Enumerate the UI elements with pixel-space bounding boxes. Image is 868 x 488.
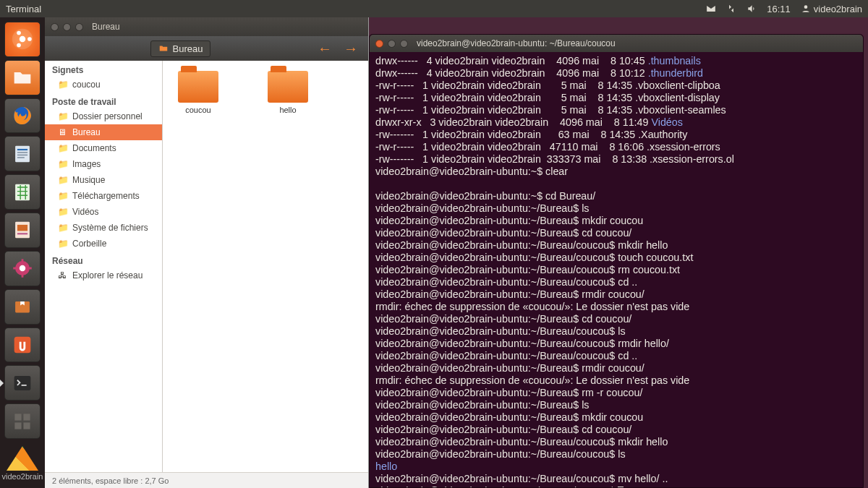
sidebar-item-label: Corbeille — [72, 239, 106, 249]
active-app-title: Terminal — [6, 4, 41, 14]
folder-hello[interactable]: hello — [263, 71, 313, 114]
launcher-writer[interactable] — [4, 136, 41, 171]
svg-point-17 — [20, 265, 26, 272]
folder-label: hello — [263, 106, 313, 114]
svg-rect-7 — [15, 146, 30, 163]
folder-coucou[interactable]: coucou — [173, 71, 224, 114]
window-title: Bureau — [92, 22, 120, 32]
sidebar-item-label: Bureau — [72, 127, 101, 137]
watermark: video2brain — [2, 442, 43, 488]
sidebar-item-vidéos[interactable]: 📁Vidéos — [45, 204, 162, 220]
file-manager-window: Bureau Bureau ← → Signets 📁coucou Poste … — [45, 17, 369, 488]
breadcrumb-label: Bureau — [173, 43, 203, 54]
sidebar-section-workstation: Poste de travail — [45, 93, 162, 108]
svg-rect-8 — [17, 149, 27, 150]
folder-icon — [178, 71, 218, 103]
folder-icon — [158, 43, 169, 53]
session-menu[interactable]: video2brain — [801, 4, 862, 14]
launcher-impress[interactable] — [4, 213, 41, 248]
svg-rect-9 — [17, 152, 27, 153]
sidebar-section-bookmarks: Signets — [45, 61, 162, 77]
dash-button[interactable] — [4, 22, 41, 57]
mail-indicator[interactable] — [706, 4, 716, 14]
places-sidebar: Signets 📁coucou Poste de travail 📁Dossie… — [45, 61, 163, 472]
svg-rect-14 — [17, 225, 27, 231]
folder-icon: 📁 — [58, 111, 68, 121]
network-indicator[interactable] — [726, 4, 736, 14]
clock[interactable]: 16:11 — [767, 4, 791, 14]
sidebar-item-musique[interactable]: 📁Musique — [45, 172, 162, 188]
top-panel: Terminal 16:11 video2brain — [0, 0, 868, 17]
sidebar-item-coucou[interactable]: 📁coucou — [45, 77, 162, 93]
network-icon: 🖧 — [58, 270, 68, 281]
svg-rect-22 — [23, 414, 30, 420]
launcher-settings[interactable] — [4, 251, 41, 286]
file-toolbar: Bureau ← → — [45, 36, 368, 61]
sidebar-item-documents[interactable]: 📁Documents — [45, 140, 162, 156]
statusbar: 2 éléments, espace libre : 2,7 Go — [45, 472, 368, 488]
watermark-label: video2brain — [2, 472, 43, 481]
folder-icon: 📁 — [58, 207, 68, 217]
sidebar-item-label: Vidéos — [72, 207, 98, 217]
sidebar-item-label: Documents — [72, 143, 116, 153]
folder-label: coucou — [173, 106, 224, 114]
launcher-workspace[interactable] — [4, 403, 41, 439]
sidebar-item-téléchargements[interactable]: 📁Téléchargements — [45, 188, 162, 204]
svg-point-3 — [27, 38, 32, 42]
folder-icon: 📁 — [58, 80, 68, 90]
minimize-icon[interactable] — [388, 40, 396, 48]
unity-launcher: video2brain — [0, 17, 45, 488]
minimize-icon[interactable] — [63, 23, 71, 31]
sidebar-item-label: Dossier personnel — [72, 111, 142, 121]
sidebar-item-network[interactable]: 🖧Explorer le réseau — [45, 267, 162, 283]
folder-icon: 📁 — [58, 191, 68, 201]
window-titlebar[interactable]: Bureau — [45, 17, 368, 36]
maximize-icon[interactable] — [75, 23, 83, 31]
launcher-firefox[interactable] — [4, 98, 41, 134]
video2brain-logo-icon — [7, 446, 38, 471]
sidebar-item-label: Images — [72, 159, 101, 169]
sidebar-item-corbeille[interactable]: 📁Corbeille — [45, 236, 162, 252]
launcher-calc[interactable] — [4, 174, 41, 210]
terminal-titlebar[interactable]: video2brain@video2brain-ubuntu: ~/Bureau… — [370, 35, 863, 52]
sidebar-item-images[interactable]: 📁Images — [45, 156, 162, 172]
breadcrumb[interactable]: Bureau — [150, 40, 211, 57]
sidebar-item-bureau[interactable]: 🖥Bureau — [45, 124, 162, 140]
terminal-title: video2brain@video2brain-ubuntu: ~/Bureau… — [417, 38, 616, 48]
close-icon[interactable] — [375, 40, 383, 48]
folder-icon: 📁 — [58, 175, 68, 185]
session-user-label: video2brain — [814, 4, 862, 14]
svg-point-2 — [20, 36, 26, 43]
svg-rect-12 — [15, 184, 30, 200]
sound-indicator[interactable] — [746, 4, 757, 14]
folder-icon: 📁 — [58, 143, 68, 153]
svg-rect-24 — [23, 422, 30, 429]
icon-view[interactable]: coucouhello — [163, 61, 368, 472]
sidebar-item-label: Système de fichiers — [72, 223, 148, 233]
status-text: 2 éléments, espace libre : 2,7 Go — [52, 476, 169, 485]
folder-icon: 📁 — [58, 239, 68, 249]
launcher-ubuntuone[interactable] — [4, 328, 41, 363]
svg-rect-21 — [14, 414, 21, 420]
maximize-icon[interactable] — [400, 40, 408, 48]
terminal-window: video2brain@video2brain-ubuntu: ~/Bureau… — [369, 34, 864, 488]
sidebar-item-dossier-personnel[interactable]: 📁Dossier personnel — [45, 108, 162, 124]
launcher-software-center[interactable] — [4, 289, 41, 325]
close-icon[interactable] — [51, 23, 59, 31]
sidebar-item-label: Explorer le réseau — [72, 270, 142, 281]
sidebar-section-network: Réseau — [45, 252, 162, 267]
nav-forward-button[interactable]: → — [341, 40, 361, 57]
launcher-files[interactable] — [4, 60, 41, 95]
launcher-terminal[interactable] — [4, 365, 41, 401]
svg-point-4 — [17, 31, 21, 35]
folder-icon: 📁 — [58, 159, 68, 169]
sidebar-item-système-de-fichiers[interactable]: 📁Système de fichiers — [45, 220, 162, 236]
sidebar-item-label: Téléchargements — [72, 191, 140, 201]
svg-rect-20 — [14, 376, 31, 390]
svg-rect-11 — [17, 157, 25, 158]
sidebar-item-label: Musique — [72, 175, 105, 185]
folder-icon — [268, 71, 308, 103]
nav-back-button[interactable]: ← — [315, 40, 335, 57]
terminal-output[interactable]: drwx------ 4 video2brain video2brain 409… — [370, 52, 863, 487]
folder-icon: 🖥 — [58, 127, 68, 137]
